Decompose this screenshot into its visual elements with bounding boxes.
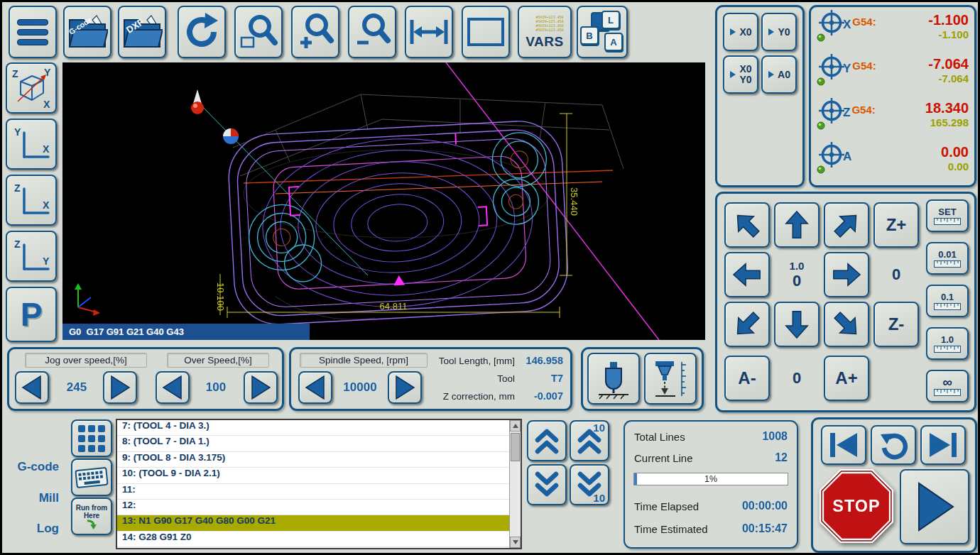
rewind-button[interactable] <box>871 425 916 465</box>
time-estimated-label: Time Estimated <box>634 523 708 535</box>
gcode-line[interactable]: 11: <box>117 484 509 500</box>
gcode-line[interactable]: 8: (TOOL 7 - DIA 1.) <box>117 436 509 451</box>
a-minus-label: A- <box>738 368 756 388</box>
view-zy-button[interactable]: Z Y <box>6 231 57 282</box>
over-speed-dec-button[interactable] <box>156 371 190 404</box>
play-triangle-icon <box>768 28 775 36</box>
jog-se-button[interactable] <box>824 302 869 347</box>
park-button[interactable]: P <box>6 287 57 342</box>
gcode-scrollbar[interactable] <box>509 420 521 548</box>
tab-mill[interactable]: Mill <box>39 491 59 505</box>
view-iso-button[interactable]: Z Y X <box>6 62 57 114</box>
scrollbar-down-arrow[interactable] <box>510 537 521 548</box>
svg-text:Z: Z <box>14 238 21 250</box>
grid-view-button[interactable] <box>71 419 112 457</box>
total-lines-value: 1008 <box>762 430 788 443</box>
step-0-1-button[interactable]: 0.1 <box>926 285 969 317</box>
jog-right-button[interactable] <box>824 252 869 297</box>
gcode-line[interactable]: 7: (TOOL 4 - DIA 3.) <box>117 420 509 436</box>
step-0-01-button[interactable]: 0.01 <box>926 242 969 275</box>
dimension-left: 10.100 <box>215 282 226 311</box>
jog-down-button[interactable] <box>774 302 820 347</box>
zero-xy-button[interactable]: X0 Y0 <box>723 55 758 94</box>
fit-screen-button[interactable] <box>462 6 510 58</box>
gcode-list[interactable]: 7: (TOOL 4 - DIA 3.) 8: (TOOL 7 - DIA 1.… <box>116 419 522 549</box>
gcode-line[interactable]: 14: G28 G91 Z0 <box>117 532 509 547</box>
playback-panel: STOP <box>811 417 977 553</box>
zoom-in-button[interactable] <box>291 6 339 58</box>
probe-button[interactable] <box>587 353 640 405</box>
play-button[interactable] <box>900 469 969 544</box>
dro-row-a: A 0.00 0.00 <box>811 139 974 183</box>
scrollbar-thumb[interactable] <box>511 433 520 461</box>
z-plus-button[interactable]: Z+ <box>873 202 919 248</box>
progress-text: 1% <box>634 473 788 485</box>
arrow-left-icon <box>158 373 187 402</box>
toolpath-canvas[interactable]: 35.440 64.811 10.100 <box>62 62 705 340</box>
vars-button[interactable]: #5029+123.456 #5029+123.456 #5029+123.45… <box>518 6 572 58</box>
stop-button[interactable]: STOP <box>819 468 894 547</box>
time-elapsed-row: Time Elapsed 00:00:00 <box>634 500 788 512</box>
virtual-keyboard-button[interactable] <box>71 458 112 496</box>
rapid-move-line <box>244 170 613 183</box>
toolpath-viewport[interactable]: 35.440 64.811 10.100 G0 G1 <box>62 62 705 340</box>
jog-ne-button[interactable] <box>824 202 869 248</box>
scroll-up-10-button[interactable]: 10 <box>570 420 609 461</box>
open-dxf-button[interactable]: DXF <box>118 6 166 58</box>
open-gcode-button[interactable]: G-code <box>63 6 111 58</box>
zoom-out-button[interactable] <box>348 6 396 58</box>
a-minus-button[interactable]: A- <box>724 356 770 401</box>
view-zx-button[interactable]: Z X <box>6 175 57 226</box>
step-forward-button[interactable] <box>920 425 966 465</box>
dro-panel: X G54: -1.100 -1.100 Y G54: -7.064 -7.06… <box>809 5 976 187</box>
a-plus-button[interactable]: A+ <box>824 356 869 401</box>
step-continuous-button[interactable]: ∞ <box>926 370 969 402</box>
zero-y-button[interactable]: Y0 <box>761 13 797 51</box>
jog-nw-button[interactable] <box>724 202 770 248</box>
view-yx-button[interactable]: Y X <box>6 119 57 170</box>
menu-button[interactable] <box>9 6 57 58</box>
spindle-dec-button[interactable] <box>298 371 332 404</box>
gcode-line-current[interactable]: 13: N1 G90 G17 G40 G80 G00 G21 <box>117 515 509 531</box>
jog-sw-button[interactable] <box>724 302 770 347</box>
arrow-right-icon <box>246 373 276 402</box>
z-minus-button[interactable]: Z- <box>873 302 919 347</box>
jog-speed-inc-button[interactable] <box>103 371 137 404</box>
zero-x-button[interactable]: X0 <box>723 13 758 51</box>
step-1-0-button[interactable]: 1.0 <box>926 327 969 360</box>
gcode-line[interactable]: 10: (TOOL 9 - DIA 2.1) <box>117 468 509 483</box>
zero-a-button[interactable]: A0 <box>761 55 797 94</box>
over-speed-inc-button[interactable] <box>244 371 278 404</box>
keyboard-shortcuts-button[interactable]: L B A <box>577 6 628 58</box>
scroll-down-10-button[interactable]: 10 <box>570 464 609 505</box>
scroll-down-button[interactable] <box>527 464 567 505</box>
jog-up-button[interactable] <box>774 202 820 248</box>
zoom-window-button[interactable] <box>234 6 283 58</box>
set-position-button[interactable]: SET <box>926 199 969 232</box>
current-line-row: Current Line 12 <box>634 451 788 464</box>
tab-gcode[interactable]: G-code <box>17 460 59 474</box>
gcode-line-text: 8: (TOOL 7 - DIA 1.) <box>122 436 209 446</box>
jog-speed-dec-button[interactable] <box>15 371 49 404</box>
regenerate-toolpath-button[interactable] <box>178 6 226 58</box>
jog-speed-value: 245 <box>52 380 102 395</box>
fit-width-button[interactable] <box>405 6 453 58</box>
scrollbar-up-arrow[interactable] <box>510 420 521 432</box>
gcode-line[interactable]: 9: (TOOL 8 - DIA 3.175) <box>117 452 509 468</box>
tab-log[interactable]: Log <box>37 522 59 536</box>
run-from-here-button[interactable]: Run from Here <box>71 498 112 535</box>
goto-start-button[interactable] <box>821 425 866 465</box>
gcode-line[interactable]: 12: <box>117 500 509 515</box>
tool-length-measure-button[interactable] <box>644 353 697 405</box>
run-from-here-label: Run from Here <box>75 504 108 520</box>
jog-left-button[interactable] <box>724 252 770 297</box>
spindle-inc-button[interactable] <box>388 371 422 404</box>
svg-text:Y: Y <box>43 255 50 267</box>
axis-value: -7.064 <box>928 56 969 72</box>
svg-text:X: X <box>43 143 50 155</box>
axes-yx-icon: Y X <box>11 124 51 164</box>
scroll-up-button[interactable] <box>527 420 567 461</box>
svg-text:Y: Y <box>14 126 21 138</box>
double-chevron-up-icon <box>533 427 561 455</box>
tool-length-value: 146.958 <box>522 355 563 366</box>
